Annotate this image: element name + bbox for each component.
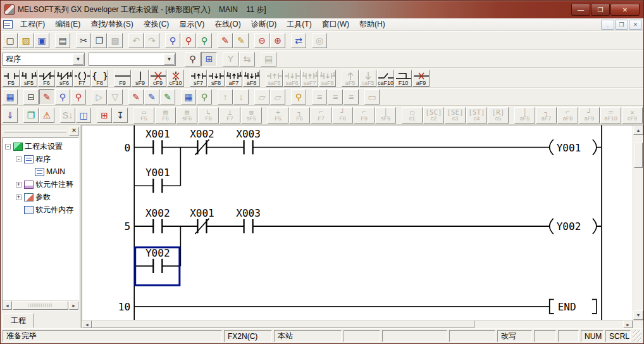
menu-project[interactable]: 工程(F) bbox=[15, 18, 50, 30]
menu-online[interactable]: 在线(O) bbox=[209, 18, 245, 30]
sfc-selection-divergence-button[interactable]: ┐ F6 bbox=[289, 107, 310, 124]
paste-button[interactable]: ▩ bbox=[108, 33, 123, 48]
parallel-falling-pulse-button[interactable]: aF8 bbox=[243, 70, 260, 87]
screen-display-button[interactable]: ▭ bbox=[364, 89, 380, 105]
comment-search-button[interactable]: ⚲ bbox=[291, 89, 306, 105]
program-type-combo[interactable]: 程序 ▼ bbox=[3, 53, 85, 66]
menu-window[interactable]: 窗口(W) bbox=[317, 18, 354, 30]
sfc-rule-write-button[interactable]: ▢ c1 bbox=[402, 107, 423, 124]
down-conversion-button[interactable]: caF5 bbox=[359, 70, 376, 87]
write-mode-button[interactable]: ✎ bbox=[128, 89, 144, 105]
find-device-button[interactable]: ⚲ bbox=[181, 33, 196, 48]
device-comment-edit-button[interactable]: ✎ bbox=[218, 33, 233, 48]
panel-drag-grip[interactable] bbox=[4, 130, 66, 132]
read-from-plc-button[interactable]: ❐ bbox=[23, 108, 39, 123]
macro-button[interactable]: ▤ bbox=[261, 52, 276, 67]
find-string-button[interactable]: ⚲ bbox=[197, 33, 212, 48]
sfc-step-button[interactable]: ▭ F5 bbox=[133, 107, 154, 124]
rising-pulse-close-button[interactable]: saF5 bbox=[266, 70, 283, 87]
program-check-button[interactable]: Y bbox=[223, 52, 238, 67]
monitor-write-button[interactable]: ▽ bbox=[108, 89, 123, 105]
tree-item-device-memory[interactable]: 软元件内存 bbox=[3, 203, 78, 216]
vertical-line-button[interactable]: sF9 bbox=[132, 70, 149, 87]
tree-expander-icon[interactable]: + bbox=[16, 194, 22, 200]
minimize-button[interactable]: — bbox=[571, 4, 590, 16]
window-prev-button[interactable]: ▱ bbox=[254, 89, 269, 105]
ladder-diagram[interactable]: 0 X001 X002 X003 Y001 Y001 5 bbox=[82, 125, 633, 320]
sfc-dummy-step-button[interactable]: ▤ sF6 bbox=[176, 107, 197, 124]
menu-help[interactable]: 帮助(H) bbox=[354, 18, 390, 30]
tree-item-device-comment[interactable]: + 软元件注释 bbox=[3, 178, 78, 191]
scroll-left-icon[interactable]: ◄ bbox=[82, 321, 92, 328]
menu-view[interactable]: 显示(V) bbox=[174, 18, 209, 30]
device-memory-button[interactable]: ◫ bbox=[76, 108, 91, 123]
combo-dropdown-icon[interactable]: ▼ bbox=[73, 54, 84, 65]
program-check-error-button[interactable]: ⚠ bbox=[39, 108, 54, 123]
ladder-hscrollbar[interactable]: ◄ ► bbox=[82, 320, 643, 328]
parallel-open-contact-button[interactable]: sF5 bbox=[20, 70, 37, 87]
delete-vertical-line-button[interactable]: cF10 bbox=[167, 70, 184, 87]
vscroll-track[interactable] bbox=[633, 135, 643, 310]
jump-next-button[interactable]: ↓ bbox=[233, 89, 249, 105]
undo-button[interactable]: ↶ bbox=[128, 33, 144, 48]
scroll-right-icon[interactable]: ► bbox=[69, 301, 78, 310]
statement-edit-button[interactable]: ✎ bbox=[233, 33, 249, 48]
ladder-view-button[interactable]: ⚲ bbox=[185, 52, 201, 67]
sfc-rule-sc-button[interactable]: [SC] c2 bbox=[423, 107, 444, 124]
tree-hscroll-thumb[interactable] bbox=[13, 301, 68, 310]
sfc-line-simultaneous-conv-button[interactable]: ═ aF10 bbox=[600, 107, 621, 124]
sfc-jump-button[interactable]: ↳ F8 bbox=[198, 107, 219, 124]
insert-mode-button[interactable]: ✎ bbox=[144, 89, 159, 105]
tree-item-main[interactable]: MAIN bbox=[3, 165, 78, 178]
hscroll-thumb[interactable] bbox=[92, 321, 474, 328]
sfc-line-selection-div-button[interactable]: ┐ aF7 bbox=[536, 107, 557, 124]
sfc-delete-line-button[interactable]: ✕ cF9 bbox=[622, 107, 643, 124]
resize-grip[interactable] bbox=[633, 330, 641, 342]
mdi-close-button[interactable]: ✕ bbox=[629, 20, 642, 30]
maximize-button[interactable]: ❐ bbox=[591, 4, 610, 16]
project-data-list-button[interactable]: ⊞ bbox=[201, 52, 217, 67]
scroll-left-icon[interactable]: ◄ bbox=[3, 301, 12, 310]
sfc-block-step-button[interactable]: ⊠ sF5 bbox=[241, 107, 262, 124]
new-project-button[interactable]: ▢ bbox=[3, 33, 18, 48]
print-button[interactable]: ▤ bbox=[55, 33, 70, 48]
overwrite-mode-button[interactable]: ✎ bbox=[160, 89, 175, 105]
coil-button[interactable]: F7 bbox=[73, 70, 90, 87]
mdi-minimize-button[interactable]: ˍ bbox=[601, 20, 614, 30]
menu-tools[interactable]: 工具(T) bbox=[282, 18, 316, 30]
mdi-restore-button[interactable]: ❐ bbox=[615, 20, 628, 30]
tree-hscrollbar[interactable]: ◄ ► bbox=[3, 300, 78, 310]
sfc-rule-st-button[interactable]: [ST] c4 bbox=[466, 107, 487, 124]
find-device2-button[interactable]: ⚲ bbox=[71, 89, 86, 105]
ladder-monitor-button[interactable]: ▦ bbox=[3, 89, 18, 105]
sfc-line-selection-conv-button[interactable]: ┘ aF9 bbox=[579, 107, 600, 124]
save-project-button[interactable]: ▣ bbox=[34, 33, 49, 48]
tree-expander-icon[interactable]: - bbox=[5, 144, 11, 150]
menu-find-replace[interactable]: 查找/替换(S) bbox=[85, 18, 138, 30]
column-insert-button[interactable]: ≡ bbox=[344, 89, 359, 105]
draw-line-button[interactable]: F10 bbox=[395, 70, 412, 87]
sfc-rule-r-button[interactable]: [R] c5 bbox=[488, 107, 509, 124]
menu-edit[interactable]: 编辑(E) bbox=[50, 18, 85, 30]
copy-button[interactable]: ❐ bbox=[92, 33, 107, 48]
ladder-vscrollbar[interactable]: ▲ ▼ bbox=[633, 125, 643, 320]
invert-result-button[interactable]: caF10 bbox=[377, 70, 394, 87]
closed-contact-button[interactable]: F6 bbox=[38, 70, 55, 87]
cross-reference-button[interactable]: ⊞ bbox=[97, 108, 112, 123]
panel-close-icon[interactable]: ✕ bbox=[69, 127, 79, 136]
hscroll-track[interactable] bbox=[92, 321, 623, 328]
device-label-combo[interactable]: ▼ bbox=[89, 53, 176, 66]
rising-pulse-button[interactable]: sF7 bbox=[190, 70, 207, 87]
sfc-transition-button[interactable]: + F5 bbox=[268, 107, 288, 124]
falling-pulse-close-button[interactable]: saF6 bbox=[283, 70, 300, 87]
sfc-selection-convergence-button[interactable]: ┘ F8 bbox=[332, 107, 353, 124]
tab-project[interactable]: 工程 bbox=[3, 313, 34, 328]
sfc-simultaneous-divergence-button[interactable]: ⌐ F7 bbox=[311, 107, 331, 124]
write-to-plc-button[interactable]: ⇓ bbox=[3, 108, 18, 123]
monitor-mode-button[interactable]: ▷ bbox=[92, 89, 107, 105]
jump-prev-button[interactable]: ↑ bbox=[218, 89, 233, 105]
tree-expander-icon[interactable]: - bbox=[16, 156, 22, 162]
sfc-line-simultaneous-div-button[interactable]: ⌐ aF8 bbox=[557, 107, 578, 124]
up-conversion-button[interactable]: aF5 bbox=[342, 70, 359, 87]
help-search-button[interactable]: ◎ bbox=[312, 33, 327, 48]
